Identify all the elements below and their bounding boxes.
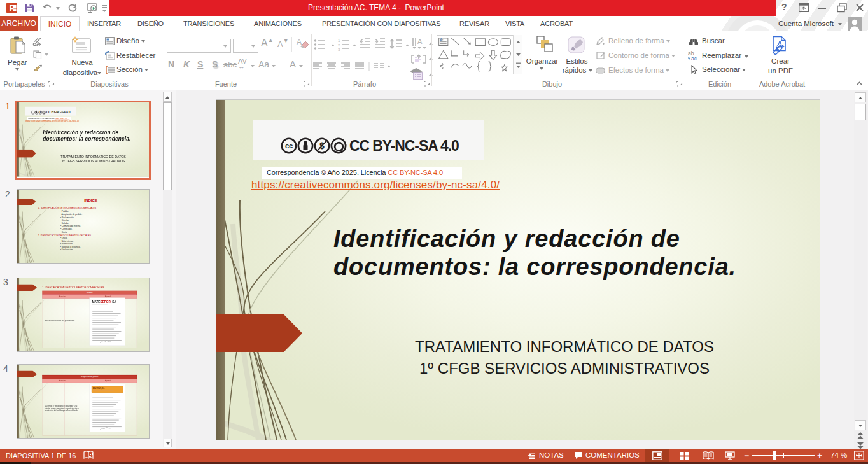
svg-text:2: 2 [338, 43, 340, 47]
svg-text:A: A [440, 38, 443, 42]
svg-text:cc: cc [285, 142, 293, 150]
svg-text:cc: cc [32, 112, 34, 114]
svg-text:ac: ac [691, 55, 697, 61]
svg-text:1: 1 [338, 39, 340, 43]
svg-text:3: 3 [338, 48, 340, 52]
svg-text:A: A [297, 38, 302, 46]
svg-text:A: A [417, 38, 423, 45]
